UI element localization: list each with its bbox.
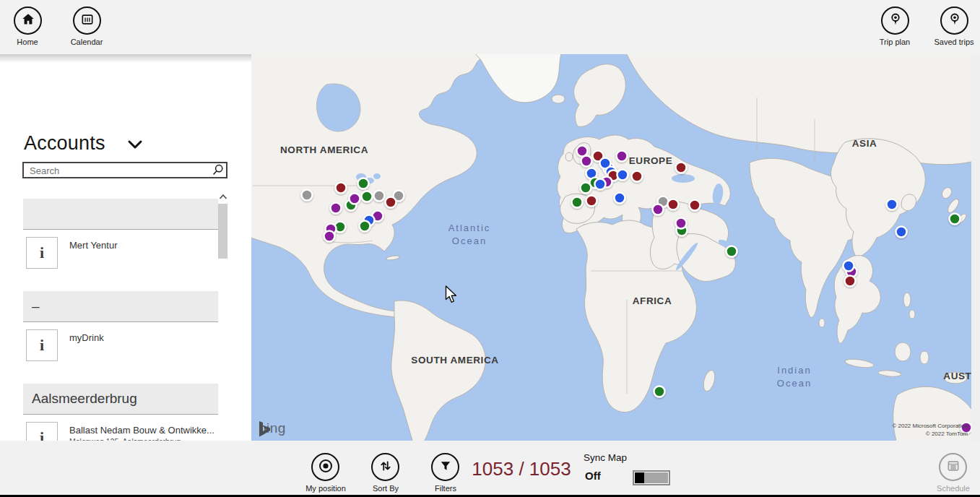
map-marker-purple[interactable] — [581, 156, 592, 167]
account-title: Mert Yentur — [69, 240, 118, 251]
my-position-label: My position — [293, 484, 358, 493]
map-marker-purple[interactable] — [676, 218, 687, 229]
map-marker-green[interactable] — [358, 178, 369, 189]
map-marker-red[interactable] — [690, 200, 701, 211]
map-marker-blue[interactable] — [615, 193, 625, 204]
results-count: 1053 / 1053 — [471, 458, 572, 480]
account-group-header[interactable]: – — [23, 291, 218, 322]
sort-by-button[interactable] — [371, 453, 399, 481]
account-group-header[interactable]: Aalsmeerderbrug — [23, 384, 218, 415]
map-marker-blue[interactable] — [896, 227, 907, 238]
account-group-header[interactable] — [23, 199, 218, 230]
map-pin-icon — [888, 12, 903, 30]
map-marker-red[interactable] — [676, 163, 687, 173]
my-position-button[interactable] — [311, 453, 339, 481]
account-title: myDrink — [69, 332, 104, 343]
calendar-icon — [80, 12, 95, 29]
map-marker-gray[interactable] — [374, 191, 385, 202]
map-marker-green[interactable] — [360, 221, 370, 232]
copyright-line: © 2022 Microsoft Corporation — [892, 423, 968, 430]
map-marker-green[interactable] — [581, 183, 591, 194]
search-box — [22, 162, 227, 178]
map-marker-red[interactable] — [668, 199, 679, 210]
info-icon: i — [40, 245, 44, 261]
trip-plan-label: Trip plan — [862, 38, 927, 46]
sync-map-toggle[interactable] — [633, 470, 670, 485]
map-marker-red[interactable] — [336, 183, 347, 194]
map-marker-purple[interactable] — [324, 231, 335, 242]
map-marker-blue[interactable] — [595, 179, 606, 190]
sync-map-label: Sync Map — [584, 452, 627, 463]
schedule-button[interactable] — [939, 453, 967, 481]
home-label: Home — [0, 38, 60, 46]
info-button[interactable]: i — [26, 237, 58, 269]
map-marker-purple[interactable] — [617, 151, 628, 162]
map-marker-red[interactable] — [586, 196, 597, 207]
toggle-knob — [635, 472, 644, 483]
search-icon[interactable] — [210, 163, 225, 181]
sort-by-label: Sort By — [353, 484, 418, 493]
home-icon — [20, 12, 36, 30]
map-marker-blue[interactable] — [887, 199, 898, 210]
map-marker-blue[interactable] — [844, 261, 854, 272]
saved-trips-button[interactable] — [940, 7, 968, 35]
search-input[interactable] — [28, 163, 212, 178]
my-position-icon — [316, 457, 335, 477]
accounts-panel: Accounts iMert Yentur–imyDrinkAalsmeerde… — [0, 54, 251, 441]
map-marker-green[interactable] — [654, 386, 665, 397]
account-list-item[interactable]: iMert Yentur — [23, 230, 218, 291]
sort-arrows-icon — [378, 458, 394, 476]
map-marker-green[interactable] — [362, 191, 373, 202]
map-marker-purple[interactable] — [577, 146, 588, 157]
bing-logo[interactable]: bing — [259, 420, 286, 436]
bottom-app-bar: My position Sort By Filters 1053 / 1053 … — [0, 441, 980, 497]
schedule-label: Schedule — [921, 484, 980, 493]
map-pin-icon — [947, 12, 963, 30]
panel-title: Accounts — [24, 132, 105, 155]
filters-button[interactable] — [431, 453, 459, 481]
copyright-line: © 2022 TomTom — [892, 431, 968, 438]
toggle-track — [635, 472, 668, 483]
account-list-item[interactable]: imyDrink — [23, 322, 218, 384]
world-map[interactable]: NORTH AMERICAEUROPEASIAAFRICASOUTH AMERI… — [251, 54, 971, 441]
account-title: Ballast Nedam Bouw & Ontwikke... — [69, 425, 214, 436]
map-marker-green[interactable] — [950, 214, 961, 225]
info-icon: i — [40, 337, 44, 353]
map-marker-gray[interactable] — [302, 190, 313, 201]
filter-funnel-icon — [438, 459, 453, 475]
saved-trips-label: Saved trips — [922, 38, 980, 46]
map-marker-green[interactable] — [572, 197, 583, 208]
map-marker-purple[interactable] — [653, 204, 664, 215]
calendar-button[interactable] — [73, 7, 101, 35]
map-marker-red[interactable] — [632, 171, 643, 182]
chevron-down-icon[interactable] — [127, 138, 143, 151]
home-button[interactable] — [14, 7, 42, 35]
map-marker-purple[interactable] — [350, 194, 360, 204]
map-marker-red[interactable] — [845, 276, 856, 287]
header-shadow — [0, 54, 251, 63]
sync-map-state: Off — [585, 470, 601, 482]
map-marker-red[interactable] — [386, 197, 396, 208]
info-button[interactable]: i — [26, 329, 58, 361]
scroll-up-icon[interactable] — [217, 191, 228, 202]
map-base-layer — [251, 54, 971, 441]
scrollbar-thumb[interactable] — [218, 204, 227, 259]
bing-icon — [259, 420, 271, 438]
map-marker-purple[interactable] — [331, 203, 342, 214]
map-marker-green[interactable] — [727, 246, 737, 257]
trip-plan-button[interactable] — [881, 7, 909, 35]
filters-label: Filters — [413, 484, 478, 493]
calendar-label: Calendar — [54, 38, 119, 46]
schedule-calendar-icon — [946, 459, 961, 475]
top-app-bar: Home Calendar Trip plan — [0, 0, 980, 54]
map-copyright: © 2022 Microsoft Corporation © 2022 TomT… — [892, 423, 968, 438]
map-marker-blue[interactable] — [617, 170, 628, 181]
